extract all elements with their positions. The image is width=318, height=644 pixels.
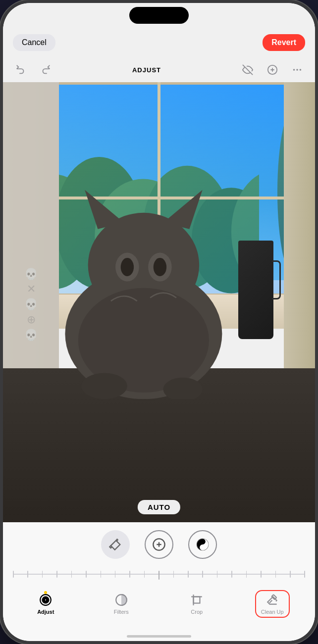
slider-ticks xyxy=(13,571,305,580)
photo: 💀✕💀⊕💀 xyxy=(3,82,315,522)
cleanup-icon xyxy=(265,593,279,607)
tick xyxy=(173,571,174,578)
tick xyxy=(246,571,247,578)
edit-tools-row xyxy=(3,522,315,567)
adjust-icon xyxy=(39,593,53,607)
tick xyxy=(217,571,218,578)
svg-point-6 xyxy=(294,69,295,70)
tick xyxy=(27,571,28,578)
nav-item-crop[interactable]: Crop xyxy=(179,590,214,618)
status-bar xyxy=(3,3,315,28)
svg-point-23 xyxy=(153,258,166,276)
tick xyxy=(290,571,291,578)
screen: Cancel Revert ADJUST xyxy=(3,3,315,641)
tick xyxy=(56,571,57,578)
tick xyxy=(144,571,145,578)
filters-label: Filters xyxy=(114,609,129,615)
window-top-frame xyxy=(59,82,284,85)
svg-marker-18 xyxy=(85,190,124,229)
tick xyxy=(275,571,276,578)
home-bar xyxy=(127,635,191,638)
slider-container[interactable] xyxy=(3,567,315,582)
svg-rect-38 xyxy=(271,594,276,599)
dynamic-island xyxy=(129,7,189,24)
tick-center xyxy=(159,571,159,580)
cleanup-label: Clean Up xyxy=(261,609,284,615)
redo-button[interactable] xyxy=(38,62,53,78)
home-indicator xyxy=(3,631,315,641)
svg-point-4 xyxy=(297,69,298,70)
curtain-decoration: 💀✕💀⊕💀 xyxy=(24,262,38,343)
tick xyxy=(42,571,43,578)
nav-item-filters[interactable]: Filters xyxy=(104,590,139,618)
crop-label: Crop xyxy=(191,609,203,615)
top-controls: Cancel Revert xyxy=(3,28,315,57)
tick xyxy=(101,571,102,578)
svg-rect-37 xyxy=(194,597,200,603)
nav-item-cleanup[interactable]: Clean Up xyxy=(255,590,290,618)
svg-point-25 xyxy=(81,373,127,399)
mug-handle xyxy=(272,260,281,300)
tick xyxy=(231,571,232,578)
tick xyxy=(86,571,87,578)
auto-badge: AUTO xyxy=(138,500,180,514)
toolbar-right-icons xyxy=(240,62,305,78)
slider-track xyxy=(13,574,305,575)
nav-item-adjust-wrapper xyxy=(39,593,53,607)
add-tool[interactable] xyxy=(145,530,173,559)
tick xyxy=(261,571,262,578)
crop-icon xyxy=(190,593,204,607)
tick xyxy=(129,571,130,578)
tick xyxy=(202,571,203,578)
svg-point-35 xyxy=(45,599,47,601)
tick xyxy=(188,571,189,578)
tick xyxy=(71,571,72,578)
toolbar: ADJUST xyxy=(3,57,315,82)
svg-point-22 xyxy=(120,258,133,276)
cancel-button[interactable]: Cancel xyxy=(13,34,55,51)
filters-icon xyxy=(114,593,128,607)
adjust-label: Adjust xyxy=(37,609,54,615)
more-icon[interactable] xyxy=(289,62,305,78)
nav-item-adjust[interactable]: Adjust xyxy=(28,590,63,618)
phone-frame: Cancel Revert ADJUST xyxy=(0,0,318,644)
bottom-nav: Adjust Filters xyxy=(3,582,315,631)
undo-redo-group xyxy=(13,62,53,78)
bottom-panel: Adjust Filters xyxy=(3,522,315,641)
svg-point-5 xyxy=(300,69,301,70)
tick xyxy=(13,571,14,578)
undo-button[interactable] xyxy=(13,62,29,78)
auto-enhance-tool[interactable] xyxy=(101,530,130,559)
share-icon[interactable] xyxy=(265,62,280,78)
svg-point-32 xyxy=(202,546,204,549)
tick xyxy=(115,571,116,578)
tick xyxy=(304,571,305,578)
svg-point-31 xyxy=(202,541,204,543)
svg-marker-19 xyxy=(163,190,202,229)
hide-icon[interactable] xyxy=(240,62,256,78)
active-dot xyxy=(44,591,47,594)
revert-button[interactable]: Revert xyxy=(263,34,305,51)
photo-container: 💀✕💀⊕💀 xyxy=(3,82,315,522)
contrast-tool[interactable] xyxy=(188,530,217,559)
cat xyxy=(41,170,247,399)
toolbar-title: ADJUST xyxy=(132,66,161,74)
